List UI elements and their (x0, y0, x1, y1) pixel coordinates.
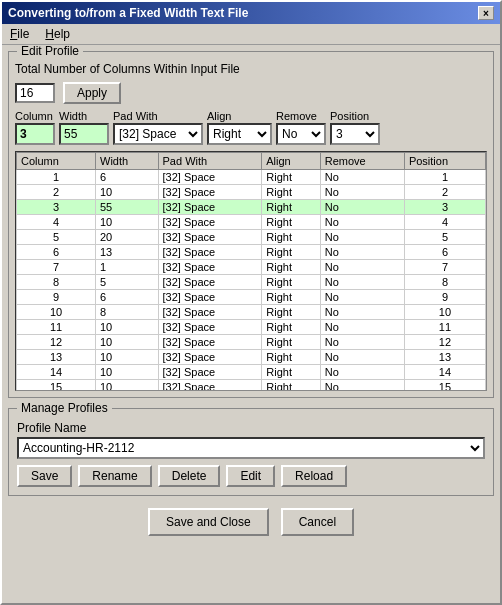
table-cell: 9 (17, 290, 96, 305)
profile-buttons: Save Rename Delete Edit Reload (17, 465, 485, 487)
table-cell: 10 (96, 215, 159, 230)
table-cell: 2 (404, 185, 485, 200)
pad-with-label: Pad With (113, 110, 203, 122)
table-cell: No (320, 305, 404, 320)
pad-with-control: Pad With [32] Space [0] Zero [9] Tab (113, 110, 203, 145)
table-cell: [32] Space (158, 170, 262, 185)
pad-with-select[interactable]: [32] Space [0] Zero [9] Tab (113, 123, 203, 145)
table-cell: Right (262, 260, 320, 275)
table-cell: 15 (17, 380, 96, 392)
table-cell: 4 (404, 215, 485, 230)
table-cell: [32] Space (158, 260, 262, 275)
table-cell: [32] Space (158, 215, 262, 230)
table-cell: 11 (404, 320, 485, 335)
save-profile-button[interactable]: Save (17, 465, 72, 487)
table-cell: 13 (17, 350, 96, 365)
window-title: Converting to/from a Fixed Width Text Fi… (8, 6, 248, 20)
table-row[interactable]: 1510[32] SpaceRightNo15 (17, 380, 486, 392)
table-cell: [32] Space (158, 350, 262, 365)
table-cell: 6 (96, 170, 159, 185)
table-row[interactable]: 210[32] SpaceRightNo2 (17, 185, 486, 200)
table-cell: 7 (17, 260, 96, 275)
menu-file[interactable]: File (6, 26, 33, 42)
main-window: Converting to/from a Fixed Width Text Fi… (0, 0, 502, 605)
table-cell: [32] Space (158, 320, 262, 335)
table-row[interactable]: 108[32] SpaceRightNo10 (17, 305, 486, 320)
position-label: Position (330, 110, 380, 122)
table-cell: 3 (404, 200, 485, 215)
table-cell: 8 (17, 275, 96, 290)
table-cell: 5 (404, 230, 485, 245)
table-cell: Right (262, 170, 320, 185)
table-cell: 10 (96, 365, 159, 380)
profile-name-label: Profile Name (17, 421, 485, 435)
table-row[interactable]: 410[32] SpaceRightNo4 (17, 215, 486, 230)
apply-button[interactable]: Apply (63, 82, 121, 104)
table-cell: Right (262, 335, 320, 350)
table-cell: Right (262, 305, 320, 320)
total-columns-input[interactable] (15, 83, 55, 103)
table-cell: [32] Space (158, 365, 262, 380)
table-cell: 4 (17, 215, 96, 230)
column-label: Column (15, 110, 55, 122)
table-row[interactable]: 1110[32] SpaceRightNo11 (17, 320, 486, 335)
table-row[interactable]: 71[32] SpaceRightNo7 (17, 260, 486, 275)
width-input[interactable] (59, 123, 109, 145)
width-label: Width (59, 110, 109, 122)
col-header-width: Width (96, 153, 159, 170)
align-select[interactable]: Right Left Center (207, 123, 272, 145)
menu-help[interactable]: Help (41, 26, 74, 42)
col-header-pad-with: Pad With (158, 153, 262, 170)
table-row[interactable]: 96[32] SpaceRightNo9 (17, 290, 486, 305)
table-row[interactable]: 613[32] SpaceRightNo6 (17, 245, 486, 260)
table-cell: [32] Space (158, 335, 262, 350)
table-cell: 8 (96, 305, 159, 320)
table-row[interactable]: 16[32] SpaceRightNo1 (17, 170, 486, 185)
rename-profile-button[interactable]: Rename (78, 465, 151, 487)
table-cell: Right (262, 200, 320, 215)
reload-profile-button[interactable]: Reload (281, 465, 347, 487)
table-cell: 14 (404, 365, 485, 380)
total-columns-row: Total Number of Columns Within Input Fil… (15, 62, 487, 76)
profile-select[interactable]: Accounting-HR-2112 (17, 437, 485, 459)
table-cell: Right (262, 320, 320, 335)
table-cell: 15 (404, 380, 485, 392)
controls-row: Column Width Pad With [32] Space [0] Zer… (15, 110, 487, 145)
remove-control: Remove No Yes (276, 110, 326, 145)
edit-profile-title: Edit Profile (17, 45, 83, 58)
table-cell: Right (262, 365, 320, 380)
bottom-buttons: Save and Close Cancel (8, 502, 494, 542)
table-cell: No (320, 365, 404, 380)
columns-table: Column Width Pad With Align Remove Posit… (16, 152, 486, 391)
table-row[interactable]: 85[32] SpaceRightNo8 (17, 275, 486, 290)
position-control: Position 3 1 2 (330, 110, 380, 145)
table-row[interactable]: 1410[32] SpaceRightNo14 (17, 365, 486, 380)
table-cell: [32] Space (158, 245, 262, 260)
table-cell: No (320, 350, 404, 365)
close-button[interactable]: × (478, 6, 494, 20)
menu-bar: File Help (2, 24, 500, 45)
table-cell: No (320, 260, 404, 275)
table-cell: 1 (17, 170, 96, 185)
table-cell: [32] Space (158, 185, 262, 200)
table-cell: 10 (17, 305, 96, 320)
table-row[interactable]: 520[32] SpaceRightNo5 (17, 230, 486, 245)
table-cell: [32] Space (158, 305, 262, 320)
table-row[interactable]: 1210[32] SpaceRightNo12 (17, 335, 486, 350)
table-cell: No (320, 275, 404, 290)
total-columns-label: Total Number of Columns Within Input Fil… (15, 62, 240, 76)
save-and-close-button[interactable]: Save and Close (148, 508, 269, 536)
profile-select-row: Accounting-HR-2112 (17, 437, 485, 459)
position-select[interactable]: 3 1 2 (330, 123, 380, 145)
delete-profile-button[interactable]: Delete (158, 465, 221, 487)
edit-profile-button[interactable]: Edit (226, 465, 275, 487)
cancel-button[interactable]: Cancel (281, 508, 354, 536)
table-cell: [32] Space (158, 290, 262, 305)
table-cell: No (320, 380, 404, 392)
table-row[interactable]: 1310[32] SpaceRightNo13 (17, 350, 486, 365)
table-row[interactable]: 355[32] SpaceRightNo3 (17, 200, 486, 215)
remove-select[interactable]: No Yes (276, 123, 326, 145)
table-cell: 55 (96, 200, 159, 215)
col-header-column: Column (17, 153, 96, 170)
column-input[interactable] (15, 123, 55, 145)
